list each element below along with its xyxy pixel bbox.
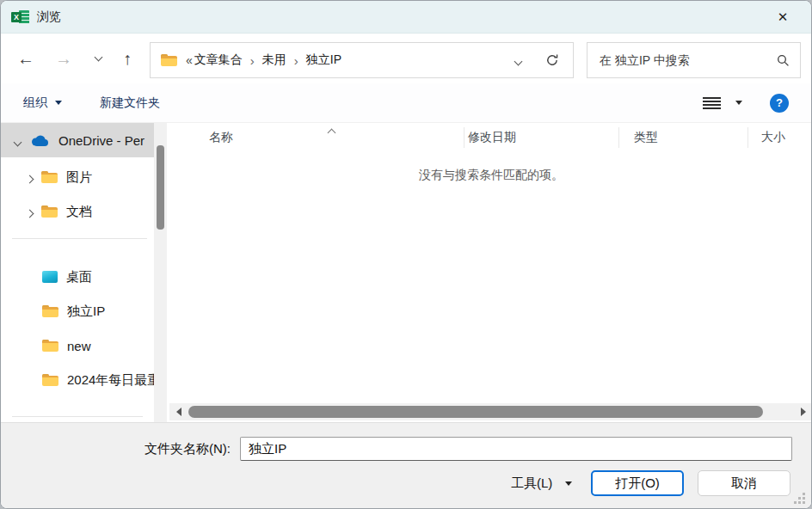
address-dropdown-chevron-icon[interactable] [515, 53, 521, 67]
sidebar-item-new[interactable]: new [1, 329, 154, 362]
onedrive-cloud-icon [29, 134, 50, 147]
sidebar-item-label: 文档 [66, 204, 92, 220]
search-input[interactable] [598, 52, 777, 68]
folder-icon [42, 305, 58, 317]
column-divider[interactable] [747, 127, 748, 148]
window-title: 浏览 [37, 9, 61, 25]
breadcrumb-overflow[interactable]: « [186, 53, 193, 67]
view-options-triangle-icon[interactable] [735, 101, 742, 105]
forward-icon: → [49, 34, 78, 83]
search-icon[interactable] [777, 54, 790, 67]
folder-name-label: 文件夹名称(N): [145, 441, 231, 457]
sidebar-item-desktop[interactable]: 桌面 [1, 261, 154, 293]
sidebar: OneDrive - Per 图片 文档 桌面 独立IP [1, 123, 169, 422]
expand-chevron-icon[interactable] [27, 205, 33, 219]
dialog-footer: 文件夹名称(N): 工具(L) 打开(O) 取消 [1, 422, 812, 509]
scroll-left-arrow-icon[interactable] [176, 408, 181, 416]
cancel-button[interactable]: 取消 [698, 470, 790, 496]
navigation-bar: ← → ↑ « 文章集合 › 未用 › 独立IP [1, 34, 811, 83]
breadcrumb-item-1[interactable]: 未用 [262, 52, 286, 68]
sort-ascending-icon [329, 125, 335, 138]
sidebar-item-label: new [67, 339, 91, 353]
breadcrumb-item-0[interactable]: 文章集合 [194, 52, 243, 68]
refresh-icon[interactable] [545, 53, 559, 67]
column-header-name[interactable]: 名称 [209, 130, 233, 145]
folder-icon [41, 205, 58, 218]
sidebar-separator [12, 416, 143, 417]
file-list-area: 名称 修改日期 类型 大小 没有与搜索条件匹配的项。 [169, 123, 812, 422]
excel-app-icon: X [11, 9, 29, 25]
breadcrumb[interactable]: « 文章集合 › 未用 › 独立IP [150, 42, 574, 78]
command-toolbar: 组织 新建文件夹 ? [1, 83, 811, 123]
sidebar-item-label: OneDrive - Per [58, 133, 145, 148]
column-header-type[interactable]: 类型 [634, 130, 658, 145]
new-folder-button[interactable]: 新建文件夹 [100, 95, 160, 111]
browse-dialog-window: X 浏览 ✕ ← → ↑ « 文章集合 › 未用 › 独立IP [0, 0, 812, 509]
folder-icon [41, 171, 58, 183]
scroll-right-arrow-icon[interactable] [801, 408, 806, 416]
sidebar-item-label: 桌面 [66, 269, 92, 285]
column-header-size[interactable]: 大小 [761, 130, 785, 145]
sidebar-item-pictures[interactable]: 图片 [1, 161, 154, 193]
sidebar-item-label: 2024年每日最重 [67, 372, 154, 389]
horizontal-scrollbar[interactable] [169, 403, 812, 420]
sidebar-item-label: 图片 [66, 169, 92, 186]
folder-icon [42, 340, 58, 352]
folder-name-input[interactable] [240, 437, 792, 461]
help-icon[interactable]: ? [770, 94, 789, 113]
sidebar-item-duliip[interactable]: 独立IP [1, 295, 154, 328]
close-icon[interactable]: ✕ [765, 1, 801, 34]
sidebar-item-documents[interactable]: 文档 [1, 195, 154, 228]
dropdown-triangle-icon [55, 101, 62, 105]
expand-chevron-icon[interactable] [15, 133, 21, 148]
desktop-icon [42, 271, 58, 283]
folder-icon [161, 54, 177, 66]
breadcrumb-item-2[interactable]: 独立IP [306, 52, 341, 68]
sidebar-item-onedrive[interactable]: OneDrive - Per [1, 123, 154, 157]
sidebar-item-label: 独立IP [67, 304, 105, 320]
folder-icon [42, 374, 58, 386]
up-icon[interactable]: ↑ [113, 34, 142, 83]
sidebar-scrollbar[interactable] [154, 123, 167, 422]
content-area: OneDrive - Per 图片 文档 桌面 独立IP [1, 123, 812, 422]
title-bar: X 浏览 ✕ [1, 1, 811, 34]
column-divider[interactable] [464, 127, 464, 148]
resize-grip[interactable] [794, 501, 797, 504]
expand-chevron-icon[interactable] [27, 170, 33, 185]
horizontal-scrollbar-thumb[interactable] [188, 406, 763, 418]
open-button[interactable]: 打开(O) [591, 470, 684, 496]
sidebar-scrollbar-thumb[interactable] [157, 145, 164, 230]
crumb-separator: › [294, 53, 298, 68]
crumb-separator: › [250, 53, 255, 68]
column-header-row: 名称 修改日期 类型 大小 [169, 123, 812, 150]
dropdown-triangle-icon [565, 481, 572, 486]
recent-locations-chevron-icon[interactable] [83, 34, 113, 83]
list-view-icon[interactable] [703, 97, 721, 109]
empty-results-message: 没有与搜索条件匹配的项。 [169, 168, 812, 183]
column-header-modified[interactable]: 修改日期 [468, 130, 516, 145]
sidebar-item-2024[interactable]: 2024年每日最重 [1, 364, 154, 396]
tools-button[interactable]: 工具(L) [511, 470, 572, 496]
organize-button[interactable]: 组织 [23, 95, 62, 111]
back-icon[interactable]: ← [11, 34, 40, 83]
column-divider[interactable] [618, 127, 619, 148]
sidebar-separator [12, 238, 147, 239]
search-box[interactable] [587, 42, 801, 78]
